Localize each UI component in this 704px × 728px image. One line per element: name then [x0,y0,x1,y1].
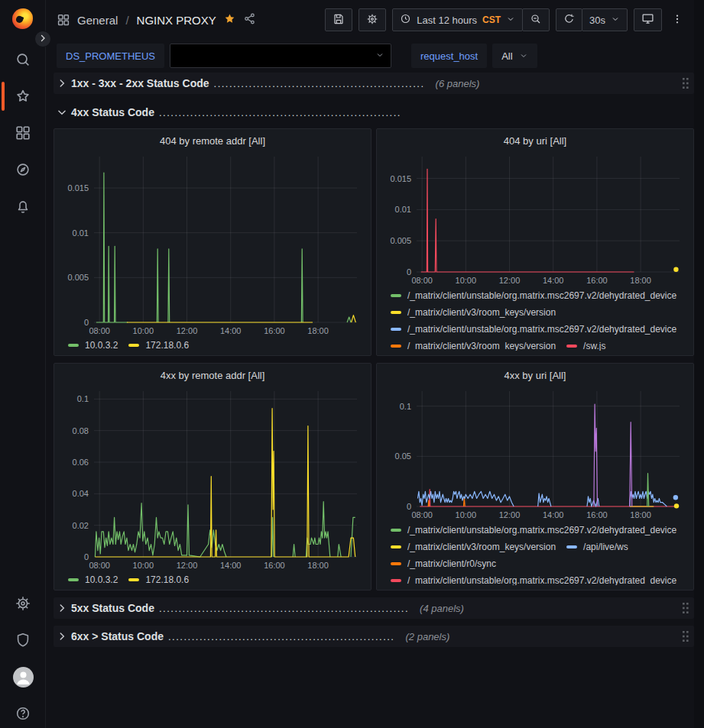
panel-grid-row-2: 4xx by remote addr [All] 08:0010:0012:00… [54,363,694,590]
row-drag-handle[interactable] [682,602,689,614]
dashboard-header: General / NGINX PROXY Last [46,0,694,40]
panel-title[interactable]: 404 by remote addr [All] [60,132,365,150]
time-series-chart[interactable]: 08:0010:0012:0014:0016:0018:0000.0050.01… [383,150,687,288]
legend-swatch [68,344,79,347]
row-header-1xx-3xx-2xx[interactable]: 1xx - 3xx - 2xx Status Code ............… [54,73,694,94]
panel-legend: 10.0.3.2172.18.0.6 [60,338,365,351]
breadcrumb-dashboard-title[interactable]: NGINX PROXY [137,14,216,27]
panel-grid-row-1: 404 by remote addr [All] 08:0010:0012:00… [54,128,694,356]
row-title-dots: ........................................… [159,603,409,614]
legend-swatch [128,344,139,347]
legend-label: /_matrix/client/unstable/org.matrix.msc2… [407,324,676,335]
monitor-icon [641,12,654,28]
panel-404-by-remote-addr: 404 by remote addr [All] 08:0010:0012:00… [54,128,371,356]
legend-item[interactable]: /_matrix/client/unstable/org.matrix.msc2… [391,324,676,335]
time-series-chart[interactable]: 08:0010:0012:0014:0016:0018:0000.020.040… [60,385,365,573]
row-title-dots: ........................................… [214,78,425,89]
chevron-down-icon [519,51,528,60]
refresh-interval-picker[interactable]: 30s [582,8,628,31]
legend-item[interactable]: /api/live/ws [566,542,628,552]
variable-label-ds-prometheus[interactable]: DS_PROMETHEUS [57,44,164,68]
row-title: 4xx Status Code [71,106,154,118]
sidebar-item-search[interactable] [0,49,46,70]
svg-text:14:00: 14:00 [543,510,564,519]
refresh-icon [563,13,575,27]
legend-label: /_matrix/client/r0/sync [407,558,496,569]
tv-mode-button[interactable] [634,8,662,31]
save-dashboard-button[interactable] [325,8,352,31]
variable-label-request-host[interactable]: request_host [411,44,487,68]
svg-text:0: 0 [84,318,89,327]
sidebar-item-alerting[interactable] [0,196,46,217]
legend-item[interactable]: /_matrix/client/unstable/org.matrix.msc2… [391,290,676,301]
row-header-5xx[interactable]: 5xx Status Code ........................… [54,597,694,619]
sidebar-item-server-admin[interactable] [0,629,46,651]
dashboard-settings-button[interactable] [358,8,386,31]
svg-text:0: 0 [407,502,411,511]
time-series-chart[interactable]: 08:0010:0012:0014:0016:0018:0000.0050.01… [60,150,365,338]
svg-text:0.01: 0.01 [73,228,89,237]
panel-4xx-by-remote-addr: 4xx by remote addr [All] 08:0010:0012:00… [54,363,371,590]
svg-text:0.015: 0.015 [67,183,89,193]
row-title: 6xx > Status Code [71,630,164,642]
legend-swatch [128,578,139,581]
sidebar-item-dashboards[interactable] [0,122,46,144]
legend-label: /_matrix/client/v3/room_keys/version [407,307,556,318]
sidebar-item-profile[interactable] [0,666,46,688]
sidebar-item-configuration[interactable] [0,593,46,614]
time-series-chart[interactable]: 08:0010:0012:0014:0016:0018:0000.050.1 [383,385,687,523]
row-drag-handle[interactable] [682,630,689,642]
sidebar-item-explore[interactable] [0,159,46,180]
row-header-4xx[interactable]: 4xx Status Code ........................… [54,102,694,123]
chevron-right-icon [38,32,47,46]
legend-item[interactable]: /_matrix/client/unstable/org.matrix.msc2… [391,575,676,585]
panel-title[interactable]: 404 by uri [All] [383,132,687,150]
legend-item[interactable]: 10.0.3.2 [68,574,118,585]
panel-title[interactable]: 4xx by uri [All] [383,367,687,385]
svg-text:08:00: 08:00 [411,510,433,519]
magnifier-minus-icon [530,13,542,28]
legend-item[interactable]: /_matrix/client/v3/room_keys/version [391,542,556,552]
legend-item[interactable]: 172.18.0.6 [128,340,189,351]
zoom-out-button[interactable] [522,8,550,31]
more-options-button[interactable] [668,8,686,31]
chevron-down-icon [375,49,384,63]
chevron-down-icon [611,15,620,26]
variable-value-request-host[interactable]: All [492,44,537,68]
row-title: 5xx Status Code [71,602,154,614]
legend-item[interactable]: /sw.js [566,341,605,351]
sidebar-item-starred[interactable] [0,86,46,107]
breadcrumb-section[interactable]: General [77,14,118,27]
share-button[interactable] [243,12,256,28]
svg-text:16:00: 16:00 [586,276,608,285]
refresh-group: 30s [556,8,628,31]
panel-title[interactable]: 4xx by remote addr [All] [60,367,365,385]
sidebar-expand-button[interactable] [34,31,51,47]
legend-item[interactable]: 10.0.3.2 [68,340,118,351]
svg-text:14:00: 14:00 [543,276,564,285]
row-drag-handle[interactable] [682,77,689,89]
legend-swatch [566,345,577,348]
legend-label: 172.18.0.6 [145,574,189,585]
row-panel-count: (4 panels) [420,603,464,614]
variable-value-ds-prometheus[interactable] [170,44,391,68]
svg-text:0.04: 0.04 [73,489,89,498]
legend-item[interactable]: /_matrix/client/unstable/org.matrix.msc2… [391,525,676,535]
refresh-button[interactable] [556,8,582,31]
legend-item[interactable]: /_matrix/client/v3/room_keys/version [391,341,556,351]
legend-item[interactable]: /_matrix/client/v3/room_keys/version [391,307,556,318]
breadcrumb-separator: / [125,14,129,27]
sidebar-item-help[interactable] [0,703,46,724]
svg-text:18:00: 18:00 [630,510,651,519]
favorite-button[interactable] [223,12,236,28]
row-title-dots: ........................................… [159,107,401,118]
svg-text:10:00: 10:00 [133,326,154,335]
legend-item[interactable]: 172.18.0.6 [128,574,189,585]
legend-item[interactable]: /_matrix/client/r0/sync [391,558,496,569]
legend-label: /sw.js [583,341,605,351]
time-range-picker[interactable]: Last 12 hours CST [392,8,523,31]
legend-swatch [391,311,401,314]
row-header-6xx[interactable]: 6xx > Status Code ......................… [54,626,694,647]
svg-text:0.1: 0.1 [77,394,89,403]
grafana-logo-icon[interactable] [12,8,33,29]
